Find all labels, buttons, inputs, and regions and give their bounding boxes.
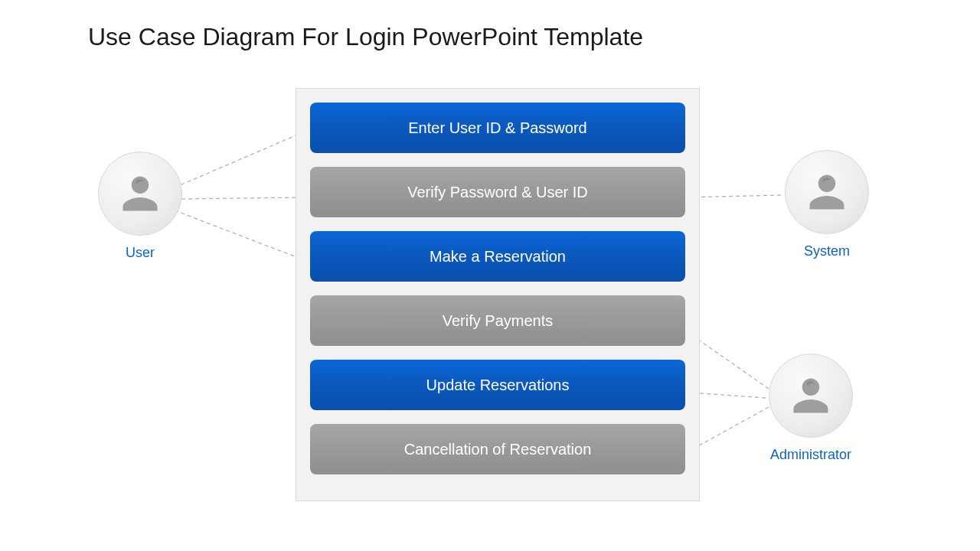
svg-line-2 xyxy=(175,210,305,260)
actor-admin-label: Administrator xyxy=(761,447,861,463)
person-icon xyxy=(117,171,163,217)
use-case-label: Make a Reservation xyxy=(430,248,566,266)
use-case-enter-credentials: Enter User ID & Password xyxy=(310,103,685,153)
use-case-verify-payments: Verify Payments xyxy=(310,295,685,346)
use-case-cancel-reservation: Cancellation of Reservation xyxy=(310,424,685,474)
svg-line-1 xyxy=(175,197,305,199)
actor-admin-avatar xyxy=(769,354,853,438)
use-case-update-reservations: Update Reservations xyxy=(310,360,685,410)
use-case-label: Cancellation of Reservation xyxy=(404,441,592,458)
actor-system-avatar xyxy=(785,150,869,234)
actor-user: User xyxy=(90,152,190,261)
actor-admin: Administrator xyxy=(761,354,861,463)
actor-system: System xyxy=(777,150,877,259)
use-case-label: Update Reservations xyxy=(426,377,570,394)
use-case-label: Enter User ID & Password xyxy=(408,119,586,137)
use-case-verify-credentials: Verify Password & User ID xyxy=(310,167,685,217)
svg-line-0 xyxy=(175,132,305,187)
system-boundary: Enter User ID & Password Verify Password… xyxy=(296,88,700,501)
actor-system-label: System xyxy=(777,243,877,259)
actor-user-avatar xyxy=(98,152,182,236)
use-case-make-reservation: Make a Reservation xyxy=(310,231,685,282)
person-icon xyxy=(804,169,850,215)
use-case-label: Verify Payments xyxy=(443,312,554,330)
slide-title: Use Case Diagram For Login PowerPoint Te… xyxy=(88,23,643,51)
actor-user-label: User xyxy=(90,245,190,261)
use-case-label: Verify Password & User ID xyxy=(407,184,588,201)
person-icon xyxy=(788,373,834,419)
